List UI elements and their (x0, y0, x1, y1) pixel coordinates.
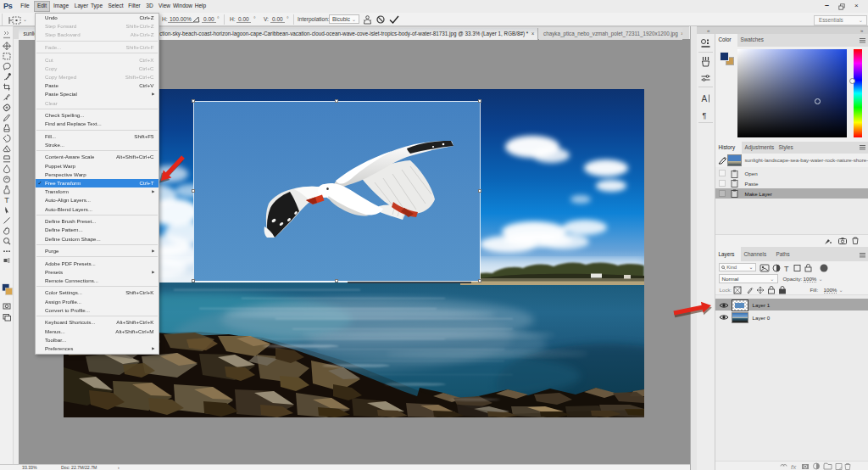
svg-text:T: T (784, 264, 789, 272)
svg-text:¶: ¶ (703, 110, 707, 119)
svg-text:fx: fx (791, 463, 797, 470)
svg-text:A: A (702, 93, 708, 103)
svg-text:T: T (4, 196, 9, 204)
